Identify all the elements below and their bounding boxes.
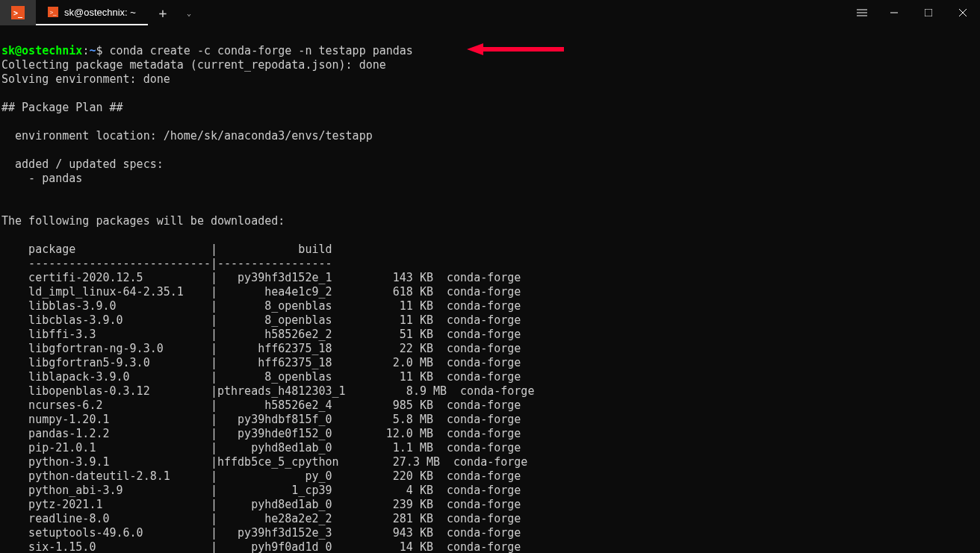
package-row: pytz-2021.1 | pyhd8ed1ab_0 239 KB conda-… [1,498,521,511]
package-row: ncurses-6.2 | h58526e2_4 985 KB conda-fo… [1,399,521,412]
chevron-down-icon: ⌄ [187,9,191,17]
package-row: readline-8.0 | he28a2e2_2 281 KB conda-f… [1,512,521,525]
tab-dropdown-button[interactable]: ⌄ [178,0,200,25]
col-divider: ---------------------------|------------… [1,257,332,270]
titlebar: >_ >_ sk@ostechnix: ~ + ⌄ [0,0,980,25]
package-row: libffi-3.3 | h58526e2_2 51 KB conda-forg… [1,328,521,341]
package-row: libgfortran-ng-9.3.0 | hff62375_18 22 KB… [1,342,521,355]
output-line-2: Solving environment: done [1,72,170,86]
env-location: environment location: /home/sk/anaconda3… [1,129,373,143]
package-row: liblapack-3.9.0 | 8_openblas 11 KB conda… [1,370,521,384]
package-row: certifi-2020.12.5 | py39hf3d152e_1 143 K… [1,271,521,284]
menu-button[interactable] [847,0,877,25]
terminal-content[interactable]: sk@ostechnix:~$ conda create -c conda-fo… [0,25,980,553]
spec-item: - pandas [1,172,82,185]
prompt-line: sk@ostechnix:~$ conda create -c conda-fo… [1,44,413,57]
output-line-1: Collecting package metadata (current_rep… [1,58,386,72]
package-row: libblas-3.9.0 | 8_openblas 11 KB conda-f… [1,299,521,313]
terminal-icon: >_ [11,6,25,19]
package-row: setuptools-49.6.0 | py39hf3d152e_3 943 K… [1,526,521,540]
section-header: ## Package Plan ## [1,101,123,114]
tab-active[interactable]: >_ sk@ostechnix: ~ [36,0,148,25]
tab-terminal-icon: >_ [48,7,58,17]
package-row: libgfortran5-9.3.0 | hff62375_18 2.0 MB … [1,356,521,369]
col-package-header: package | build [1,243,332,256]
close-icon [959,9,967,16]
package-row: libopenblas-0.3.12 |pthreads_h4812303_1 … [1,384,534,398]
package-row: python_abi-3.9 | 1_cp39 4 KB conda-forge [1,484,521,497]
app-icon-tab[interactable]: >_ [0,0,36,25]
tab-title: sk@ostechnix: ~ [64,7,136,18]
command-text: conda create -c conda-forge -n testapp p… [110,44,413,57]
close-button[interactable] [946,0,980,25]
prompt-symbol: $ [96,44,102,57]
maximize-icon [925,9,932,16]
package-row: python-3.9.1 |hffdb5ce_5_cpython 27.3 MB… [1,455,527,469]
package-row: libcblas-3.9.0 | 8_openblas 11 KB conda-… [1,313,521,327]
tabs-container: >_ >_ sk@ostechnix: ~ + ⌄ [0,0,200,25]
download-header: The following packages will be downloade… [1,214,285,228]
maximize-button[interactable] [911,0,946,25]
svg-rect-4 [925,9,932,16]
prompt-user: sk@ostechnix [1,44,82,57]
package-row: numpy-1.20.1 | py39hdbf815f_0 5.8 MB con… [1,413,521,426]
package-row: pip-21.0.1 | pyhd8ed1ab_0 1.1 MB conda-f… [1,441,521,454]
minimize-button[interactable] [877,0,911,25]
window-controls [847,0,980,25]
plus-icon: + [159,5,167,21]
package-row: six-1.15.0 | pyh9f0ad1d_0 14 KB conda-fo… [1,540,521,553]
hamburger-icon [857,9,867,16]
new-tab-button[interactable]: + [148,0,178,25]
package-row: pandas-1.2.2 | py39hde0f152_0 12.0 MB co… [1,427,521,440]
package-row: python-dateutil-2.8.1 | py_0 220 KB cond… [1,469,521,483]
minimize-icon [890,9,898,16]
package-row: ld_impl_linux-64-2.35.1 | hea4e1c9_2 618… [1,285,521,299]
added-specs-label: added / updated specs: [1,157,164,171]
